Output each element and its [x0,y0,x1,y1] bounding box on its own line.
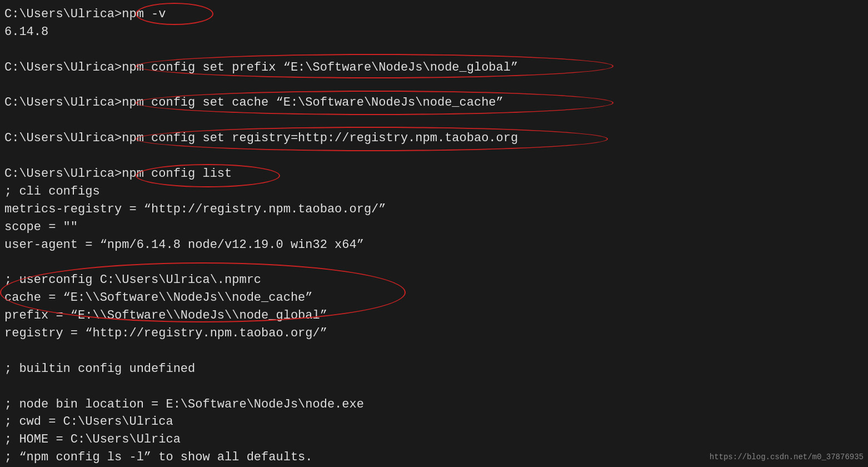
terminal-line: ; cwd = C:\Users\Ulrica [4,413,864,431]
terminal-line [4,112,864,130]
terminal-line: ; node bin location = E:\Software\NodeJs… [4,396,864,414]
terminal-window: C:\Users\Ulrica>npm -v6.14.8 C:\Users\Ul… [0,0,868,467]
terminal-line: C:\Users\Ulrica>npm config set prefix “E… [4,59,864,77]
terminal-line: user-agent = “npm/6.14.8 node/v12.19.0 w… [4,236,864,254]
terminal-line: scope = "" [4,218,864,236]
terminal-line: metrics-registry = “http://registry.npm.… [4,201,864,218]
terminal-line: C:\Users\Ulrica>npm config set registry=… [4,130,864,147]
terminal-line: 6.14.8 [4,23,864,41]
watermark: https://blog.csdn.net/m0_37876935 [710,451,864,463]
terminal-line [4,378,864,396]
terminal-line: cache = “E:\\Software\\NodeJs\\node_cach… [4,289,864,307]
terminal-line [4,254,864,271]
terminal-line: C:\Users\Ulrica>npm config set cache “E:… [4,94,864,112]
terminal-line [4,77,864,95]
terminal-line [4,147,864,165]
terminal-line: C:\Users\Ulrica>npm config list [4,165,864,183]
terminal-line: ; builtin config undefined [4,360,864,378]
terminal-line [4,41,864,59]
terminal-line [4,342,864,360]
terminal-line: ; userconfig C:\Users\Ulrica\.npmrc [4,271,864,289]
terminal-line: prefix = “E:\\Software\\NodeJs\\node_glo… [4,307,864,325]
terminal-line: ; HOME = C:\Users\Ulrica [4,431,864,449]
terminal-line: ; cli configs [4,183,864,201]
terminal-line: registry = “http://registry.npm.taobao.o… [4,325,864,342]
terminal-line: C:\Users\Ulrica>npm -v [4,6,864,23]
